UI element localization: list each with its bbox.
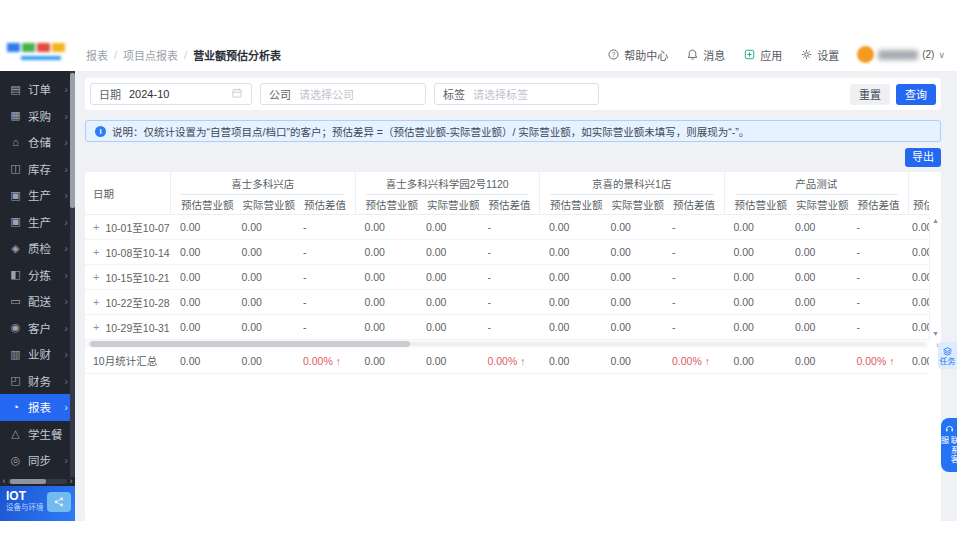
sidebar-item-label: 学生餐: [28, 426, 63, 442]
sidebar-item-sorting[interactable]: ◧分拣›: [0, 262, 75, 289]
cell: 0.00: [785, 271, 847, 283]
summary-cell: 0.00: [908, 355, 929, 367]
table-horizontal-scrollbar[interactable]: [85, 340, 929, 348]
help-center-button[interactable]: ? 帮助中心: [607, 47, 668, 63]
sidebar-horizontal-scrollbar[interactable]: ‹ ›: [0, 477, 75, 486]
reset-button[interactable]: 重置: [850, 84, 890, 105]
group-subheaders: 预估营业额实际营业额预估差值: [540, 195, 724, 214]
chevron-right-icon: ›: [64, 242, 68, 254]
summary-cell: 0.00: [232, 355, 294, 367]
export-button[interactable]: 导出: [905, 148, 941, 167]
tasks-widget[interactable]: 任务: [938, 342, 957, 369]
breadcrumb-separator: /: [184, 49, 187, 61]
sidebar-item-quality[interactable]: ◈质检›: [0, 235, 75, 262]
sidebar-item-delivery[interactable]: ▭配送›: [0, 288, 75, 315]
scroll-right-icon[interactable]: ›: [67, 477, 75, 486]
sidebar-item-student-meals[interactable]: △学生餐: [0, 421, 75, 448]
sidebar-iot-module[interactable]: IOT 设备与环境: [0, 486, 75, 521]
sidebar-item-sync[interactable]: ◎同步›: [0, 447, 75, 474]
table-body: +10-01至10-070.000.00-0.000.00-0.000.00-0…: [85, 215, 941, 340]
cell: -: [293, 221, 355, 233]
contact-service-widget[interactable]: 联系客服: [941, 418, 957, 472]
cell: 0.00: [170, 221, 232, 233]
production-2-icon: ▣: [9, 215, 22, 228]
data-table: 日期 喜士多科兴店预估营业额实际营业额预估差值喜士多科兴科学园2号1120预估营…: [85, 172, 941, 521]
row-date-cell: +10-08至10-14: [85, 245, 170, 260]
row-date: 10-22至10-28: [105, 295, 169, 310]
column-header: 预估差值: [848, 195, 909, 214]
sidebar-item-warehouse[interactable]: ⌂仓储›: [0, 129, 75, 156]
purchase-icon: ▦: [9, 109, 22, 122]
chevron-right-icon: ›: [64, 189, 68, 201]
chevron-right-icon: ›: [64, 216, 68, 228]
summary-cell: 0.00: [785, 355, 847, 367]
breadcrumb-item[interactable]: 项目点报表: [123, 47, 178, 63]
svg-text:?: ?: [612, 51, 616, 58]
chevron-right-icon: ›: [64, 454, 68, 466]
sidebar-item-inventory[interactable]: ◫库存›: [0, 156, 75, 183]
sidebar-item-purchase[interactable]: ▦采购›: [0, 103, 75, 130]
query-button[interactable]: 查询: [896, 84, 936, 105]
column-header: 实际营业额: [233, 195, 295, 214]
sidebar-item-production-2[interactable]: ▣生产›: [0, 209, 75, 236]
main-content: 日期 2024-10 公司 请选择公司 标签 请选择标签 重置 查询 i 说明：…: [75, 71, 957, 521]
summary-cell: 0.00: [416, 355, 478, 367]
group-title: 喜士多科兴店: [171, 172, 355, 195]
sidebar-item-finance[interactable]: ◰财务›: [0, 368, 75, 395]
sidebar-item-reports[interactable]: ◔报表›: [0, 394, 75, 421]
username-redacted: [878, 50, 918, 60]
cell: 0.00: [232, 296, 294, 308]
expand-icon[interactable]: +: [93, 271, 99, 283]
row-date: 10-01至10-07: [105, 220, 169, 235]
expand-icon[interactable]: +: [93, 246, 99, 258]
sorting-icon: ◧: [9, 268, 22, 281]
apps-button[interactable]: 应用: [743, 47, 782, 63]
cell: 0.00: [355, 296, 417, 308]
expand-icon[interactable]: +: [93, 321, 99, 333]
info-alert: i 说明：仅统计设置为“自营项目点/档口”的客户；预估差异 =（预估营业额-实际…: [85, 120, 941, 142]
hscroll-thumb[interactable]: [90, 341, 410, 347]
column-header: 预估营业额: [909, 195, 929, 214]
expand-icon[interactable]: +: [93, 221, 99, 233]
chevron-right-icon: ›: [64, 375, 68, 387]
tag-select[interactable]: 标签 请选择标签: [434, 83, 599, 105]
scroll-left-icon[interactable]: ‹: [0, 477, 8, 486]
row-date: 10-29至10-31: [105, 320, 169, 335]
scroll-down-icon[interactable]: ▼: [932, 330, 939, 338]
sidebar-item-label: 报表: [28, 399, 51, 415]
date-picker[interactable]: 日期 2024-10: [90, 83, 252, 105]
summary-cell: 0.00: [355, 355, 417, 367]
scroll-up-icon[interactable]: ▲: [932, 217, 939, 225]
group-title: 产品测试: [725, 172, 909, 195]
column-group: 喜士多科兴店预估营业额实际营业额预估差值: [170, 172, 355, 214]
table-header: 日期 喜士多科兴店预估营业额实际营业额预估差值喜士多科兴科学园2号1120预估营…: [85, 172, 929, 215]
expand-icon[interactable]: +: [93, 296, 99, 308]
reports-icon: ◔: [9, 401, 22, 413]
sidebar-item-business-finance[interactable]: ▥业财›: [0, 341, 75, 368]
cell: -: [478, 221, 540, 233]
cell: -: [847, 321, 909, 333]
cell: -: [293, 296, 355, 308]
table-vertical-scrollbar[interactable]: ▲ ▼: [929, 215, 941, 340]
cell: -: [847, 296, 909, 308]
date-column-header: 日期: [85, 172, 170, 214]
company-select[interactable]: 公司 请选择公司: [260, 83, 426, 105]
group-title: 喜士多科兴科学园2号1120: [356, 172, 540, 195]
row-date-cell: +10-29至10-31: [85, 320, 170, 335]
headset-icon: [944, 423, 955, 434]
sidebar-item-customers[interactable]: ◉客户›: [0, 315, 75, 342]
production-icon: ▣: [9, 189, 22, 202]
cell: 0.00: [908, 296, 929, 308]
user-menu[interactable]: (2) ∨: [857, 46, 945, 63]
tasks-label: 任务: [940, 358, 956, 366]
sidebar-item-production[interactable]: ▣生产›: [0, 182, 75, 209]
sidebar-item-orders[interactable]: ▤订单›: [0, 76, 75, 103]
breadcrumb-separator: /: [114, 49, 117, 61]
settings-button[interactable]: 设置: [800, 47, 839, 63]
summary-cell: 0.00: [170, 355, 232, 367]
breadcrumb-item[interactable]: 报表: [86, 47, 108, 63]
messages-button[interactable]: 消息: [686, 47, 725, 63]
cell: 0.00: [908, 246, 929, 258]
summary-diff-cell: 0.00% ↑: [478, 355, 540, 367]
cell: 0.00: [416, 321, 478, 333]
